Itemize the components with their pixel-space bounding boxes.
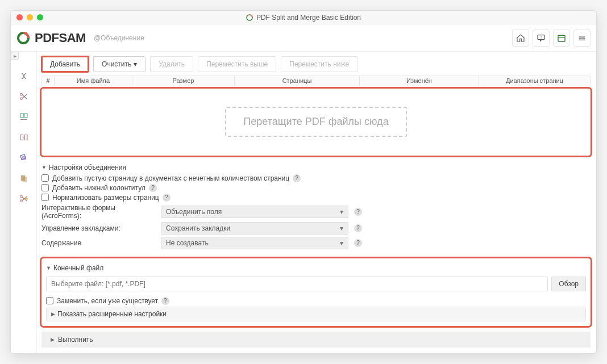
bookmarks-select[interactable]: Сохранить закладки <box>161 222 348 235</box>
col-ranges[interactable]: Диапазоны страниц <box>479 76 590 86</box>
calendar-icon <box>557 34 566 43</box>
advanced-settings-toggle[interactable]: Показать расширенные настройки <box>46 307 586 321</box>
col-number[interactable]: # <box>42 76 55 86</box>
add-footer-label: Добавить нижний колонтитул <box>52 184 145 192</box>
svg-text:!: ! <box>541 35 542 39</box>
help-icon[interactable]: ? <box>293 174 301 182</box>
file-table-header: # Имя файла Размер Страницы Изменён Диап… <box>41 76 591 86</box>
brand-name: PDFSAM <box>35 31 86 45</box>
sidebar-item-extract[interactable] <box>18 131 30 144</box>
help-icon[interactable]: ? <box>149 184 157 192</box>
breadcrumb: @Объединение <box>94 34 144 42</box>
app-header: PDFSAM @Объединение ! <box>11 24 596 52</box>
toc-select[interactable]: Не создавать <box>161 237 348 249</box>
browse-button[interactable]: Обзор <box>551 277 586 291</box>
window-title: PDF Split and Merge Basic Edition <box>11 14 596 22</box>
toolbar: Добавить Очистить▾ Удалить Переместить в… <box>41 56 591 72</box>
dropzone-hint: Перетащите PDF файлы сюда <box>225 107 406 137</box>
sidebar-item-rotate[interactable] <box>18 152 30 164</box>
menu-icon <box>577 34 587 43</box>
calendar-button[interactable] <box>553 30 570 47</box>
help-icon[interactable]: ? <box>163 194 171 202</box>
forms-select[interactable]: Объединить поля <box>161 206 348 218</box>
menu-button[interactable] <box>573 30 591 47</box>
add-button[interactable]: Добавить <box>41 56 89 72</box>
svg-rect-4 <box>558 35 565 41</box>
brand: PDFSAM @Объединение <box>16 31 144 45</box>
sidebar-item-merge[interactable] <box>18 70 30 82</box>
svg-rect-20 <box>22 177 27 182</box>
home-button[interactable] <box>512 30 529 47</box>
brand-logo-icon <box>16 31 30 45</box>
clear-label: Очистить <box>102 60 131 68</box>
normalize-checkbox[interactable] <box>41 194 49 201</box>
sidebar-expand-toggle[interactable]: ▸ <box>11 52 19 60</box>
output-section-highlight: Конечный файл Обзор Заменить, если уже с… <box>41 258 591 326</box>
help-icon[interactable]: ? <box>161 297 169 305</box>
delete-button: Удалить <box>150 56 193 72</box>
output-file-input[interactable] <box>46 277 548 291</box>
titlebar: PDF Split and Merge Basic Edition <box>11 11 596 24</box>
help-icon[interactable]: ? <box>354 208 362 216</box>
svg-rect-23 <box>25 198 28 200</box>
chevron-down-icon: ▾ <box>134 60 137 68</box>
col-size[interactable]: Размер <box>132 76 235 86</box>
overwrite-label: Заменить, если уже существует <box>57 297 158 305</box>
toc-label: Содержание <box>41 239 155 247</box>
clear-button[interactable]: Очистить▾ <box>93 56 145 72</box>
sidebar-item-mix[interactable] <box>18 172 30 185</box>
window-title-text: PDF Split and Merge Basic Edition <box>256 14 361 22</box>
add-blank-label: Добавить пустую страницу в документах с … <box>52 174 289 182</box>
sidebar: ▸ <box>11 52 37 353</box>
bookmarks-label: Управление закладками: <box>41 224 155 232</box>
move-up-button: Переместить выше <box>198 56 276 72</box>
merge-settings-header[interactable]: Настройки объединения <box>41 162 591 173</box>
col-pages[interactable]: Страницы <box>235 76 360 86</box>
run-button[interactable]: Выполнить <box>46 334 98 345</box>
overwrite-checkbox[interactable] <box>46 297 53 304</box>
col-filename[interactable]: Имя файла <box>55 76 132 86</box>
help-icon[interactable]: ? <box>354 239 362 247</box>
help-icon[interactable]: ? <box>354 224 362 232</box>
app-icon <box>246 14 253 21</box>
add-footer-checkbox[interactable] <box>41 184 49 191</box>
run-bar: Выполнить <box>41 332 591 348</box>
move-down-button: Переместить ниже <box>281 56 357 72</box>
forms-label: Интерактивные формы (AcroForms): <box>41 204 155 220</box>
normalize-label: Нормализовать размеры страниц <box>52 194 159 202</box>
svg-rect-16 <box>24 135 27 140</box>
home-icon <box>516 34 525 43</box>
merge-settings-section: Настройки объединения Добавить пустую ст… <box>41 162 591 252</box>
dropzone-highlight: Перетащите PDF файлы сюда <box>41 89 591 156</box>
svg-rect-13 <box>20 114 23 118</box>
sidebar-item-split-size[interactable] <box>18 193 30 205</box>
sidebar-item-split-bookmarks[interactable] <box>18 111 30 123</box>
main-panel: Добавить Очистить▾ Удалить Переместить в… <box>37 52 596 353</box>
file-dropzone[interactable]: Перетащите PDF файлы сюда <box>45 92 587 152</box>
svg-rect-15 <box>20 135 23 140</box>
sidebar-item-split[interactable] <box>18 90 30 103</box>
svg-rect-14 <box>24 114 27 118</box>
col-modified[interactable]: Изменён <box>360 76 479 86</box>
add-blank-checkbox[interactable] <box>41 174 49 182</box>
speech-bubble-icon: ! <box>537 34 546 43</box>
output-section-header[interactable]: Конечный файл <box>46 263 586 273</box>
notify-button[interactable]: ! <box>533 30 550 47</box>
